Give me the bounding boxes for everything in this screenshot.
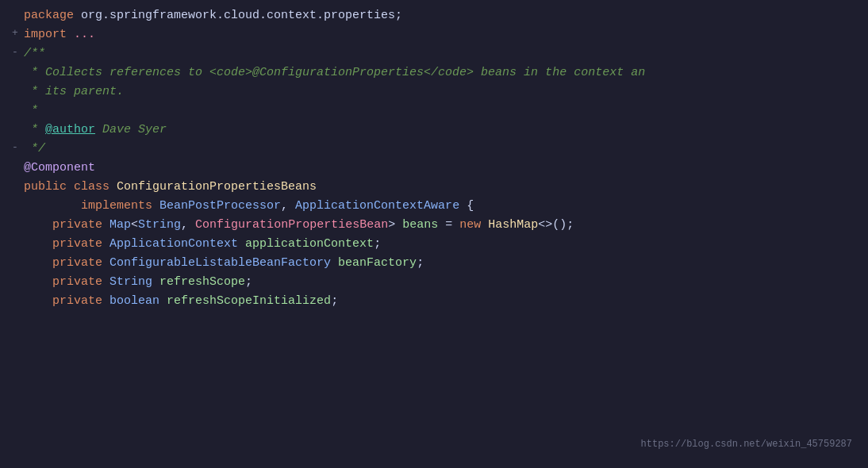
- punct-token: [481, 216, 488, 235]
- type-name-token: boolean: [109, 292, 159, 311]
- punct-token: [109, 178, 117, 197]
- type-name-token: Map: [109, 216, 131, 235]
- comment-token: * its parent.: [24, 82, 124, 102]
- kw-orange-token: implements: [81, 197, 152, 216]
- punct-token: [24, 273, 52, 292]
- kw-orange-token: public: [24, 178, 67, 197]
- punct-token: [24, 235, 52, 254]
- punct-token: [67, 178, 74, 197]
- comment-token: * Collects references to: [24, 63, 209, 82]
- code-line: * Collects references to <code>@Configur…: [8, 63, 868, 82]
- punct-token: [102, 235, 109, 254]
- type-name-token: ApplicationContextAware: [295, 197, 459, 216]
- comment-tag-token: @author: [45, 121, 95, 140]
- comment-token: /**: [24, 44, 45, 63]
- punct-token: [67, 25, 74, 44]
- code-line: -/**: [8, 44, 868, 63]
- comment-token: */: [24, 140, 45, 159]
- code-line: private Map<String, ConfigurationPropert…: [8, 216, 868, 235]
- type-name-token: BeanPostProcessor: [159, 197, 281, 216]
- watermark: https://blog.csdn.net/weixin_45759287: [641, 435, 852, 454]
- comment-token: *: [24, 121, 45, 140]
- class-name-token: ConfigurationPropertiesBeans: [117, 178, 317, 197]
- code-line: @Component: [8, 159, 868, 178]
- kw-orange-token: class: [74, 178, 109, 197]
- fold-indicator[interactable]: -: [8, 140, 22, 156]
- punct-token: <: [131, 216, 138, 235]
- kw-import-token: import: [24, 25, 67, 44]
- type-name-token: String: [138, 216, 181, 235]
- comment-token: Dave Syer: [95, 121, 167, 140]
- code-line: private boolean refreshScopeInitialized;: [8, 292, 868, 311]
- punct-token: org.springframework.cloud.context.proper…: [74, 6, 402, 25]
- code-line: public class ConfigurationPropertiesBean…: [8, 178, 868, 197]
- fold-indicator[interactable]: +: [8, 25, 22, 42]
- code-line: +import ...: [8, 25, 868, 44]
- punct-token: [331, 254, 338, 273]
- kw-orange-token: private: [52, 216, 102, 235]
- code-line: private String refreshScope;: [8, 273, 868, 292]
- annotation-token: @Component: [24, 159, 95, 178]
- kw-orange-token: private: [52, 235, 102, 254]
- code-line: * @author Dave Syer: [8, 121, 868, 140]
- code-line: - */: [8, 140, 868, 159]
- var-name-token: refreshScopeInitialized: [167, 292, 331, 311]
- punct-token: ;: [374, 235, 381, 254]
- code-line: package org.springframework.cloud.contex…: [8, 6, 868, 25]
- kw-orange-token: private: [52, 292, 102, 311]
- punct-token: [159, 292, 167, 311]
- punct-token: [152, 197, 159, 216]
- punct-token: ,: [181, 216, 195, 235]
- var-name-token: applicationContext: [245, 235, 374, 254]
- fold-indicator[interactable]: -: [8, 44, 22, 61]
- punct-token: [102, 273, 109, 292]
- punct-token: ;: [245, 273, 252, 292]
- class-name-token: HashMap: [488, 216, 538, 235]
- code-line: * its parent.: [8, 82, 868, 102]
- punct-token: ;: [417, 254, 424, 273]
- kw-orange-token: private: [52, 254, 102, 273]
- type-name-token: ConfigurableListableBeanFactory: [109, 254, 331, 273]
- punct-token: [102, 292, 109, 311]
- comment-token: <code>@ConfigurationProperties</code>: [209, 63, 474, 82]
- code-editor: package org.springframework.cloud.contex…: [0, 0, 868, 468]
- punct-token: =: [438, 216, 459, 235]
- var-name-token: refreshScope: [159, 273, 245, 292]
- punct-token: [102, 216, 109, 235]
- punct-token: [238, 235, 245, 254]
- punct-token: [24, 197, 81, 216]
- punct-token: [152, 273, 159, 292]
- comment-token: *: [24, 102, 38, 121]
- punct-token: <>();: [538, 216, 574, 235]
- kw-orange-token: new: [459, 216, 481, 235]
- punct-token: {: [459, 197, 474, 216]
- package-kw-token: package: [24, 6, 74, 25]
- punct-token: [24, 292, 52, 311]
- ellipsis-token: ...: [74, 25, 95, 44]
- type-name-token: ApplicationContext: [109, 235, 238, 254]
- punct-token: [102, 254, 109, 273]
- punct-token: ,: [281, 197, 295, 216]
- punct-token: >: [388, 216, 402, 235]
- code-line: *: [8, 102, 868, 121]
- var-name-token: beans: [402, 216, 438, 235]
- code-line: private ConfigurableListableBeanFactory …: [8, 254, 868, 273]
- punct-token: [24, 254, 52, 273]
- punct-token: ;: [331, 292, 338, 311]
- type-name-token: String: [109, 273, 152, 292]
- code-line: private ApplicationContext applicationCo…: [8, 235, 868, 254]
- kw-orange-token: private: [52, 273, 102, 292]
- var-name-token: beanFactory: [338, 254, 417, 273]
- comment-token: beans in the context an: [474, 63, 645, 82]
- punct-token: [24, 216, 52, 235]
- red-class-token: ConfigurationPropertiesBean: [195, 216, 388, 235]
- code-line: implements BeanPostProcessor, Applicatio…: [8, 197, 868, 216]
